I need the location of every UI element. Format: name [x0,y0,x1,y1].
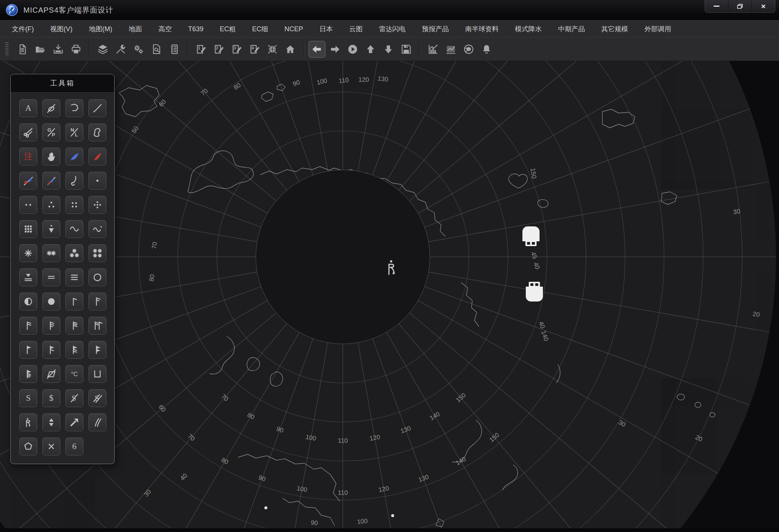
tool-wave-line[interactable] [65,220,83,238]
print-button[interactable] [68,41,84,58]
tool-gp-ratio[interactable]: GP [42,123,60,141]
tool-wind-barb-two-ticks[interactable] [19,317,37,335]
fit-view-button[interactable] [264,41,281,58]
menu-item-ec-coarse[interactable]: EC粗 [220,25,236,33]
menu-item-cloud[interactable]: 云图 [349,25,363,33]
tool-stars-three[interactable] [65,244,83,262]
tool-pan-hand[interactable] [42,148,60,165]
preview-document-button[interactable] [148,41,165,58]
restore-button[interactable] [728,0,751,12]
tool-curve-pen[interactable] [42,99,60,117]
new-file-button[interactable] [14,41,31,58]
tool-lines-three[interactable] [65,268,83,286]
menu-item-japan[interactable]: 日本 [319,25,333,33]
menu-item-file[interactable]: 文件(F) [12,25,34,33]
tool-polygon-tool[interactable] [19,438,37,455]
tool-wind-barb-small-1[interactable] [65,293,83,310]
tool-cut[interactable] [19,123,37,141]
curve-chart-button[interactable] [442,41,459,58]
tool-wind-barb-two-half[interactable] [42,317,60,335]
tool-wind-barb-double[interactable] [88,317,106,335]
tool-parallelogram-slash[interactable] [42,365,60,383]
tool-cross-points[interactable] [42,438,60,455]
tool-temp-celsius[interactable]: °C [65,365,83,383]
tool-s-slash[interactable]: S [65,389,83,407]
menu-item-medium-term[interactable]: 中期产品 [558,25,585,33]
tool-hook-symbol[interactable] [65,172,83,190]
edit-view-3-button[interactable]: 3 [228,41,245,58]
menu-item-upper-air[interactable]: 高空 [158,25,172,33]
toolbar-grip-handle[interactable] [5,42,9,56]
tool-circle-outline[interactable] [88,268,106,286]
alerts-button[interactable] [478,41,495,58]
tool-lines-two[interactable] [42,268,60,286]
tool-wave-line-dot[interactable] [88,220,106,238]
tool-stars-two[interactable] [42,244,60,262]
tool-triangle-lines[interactable] [19,268,37,286]
tool-warm-front[interactable] [88,148,106,165]
tool-spiral-six[interactable]: 6 [65,438,83,455]
play-animation-button[interactable] [344,41,361,58]
tool-person-arrow[interactable] [19,413,37,431]
menu-item-forecast-products[interactable]: 预报产品 [422,25,449,33]
tool-wind-flag-3[interactable] [65,341,83,359]
layers-button[interactable] [94,41,111,58]
tool-grid-points[interactable] [19,220,37,238]
tool-note-label[interactable]: 注 [19,148,37,165]
tool-points-three[interactable] [42,196,60,214]
tool-text-annotation[interactable]: A [19,99,37,117]
edit-view-2-button[interactable]: 2 [210,41,227,58]
menu-item-model-precip[interactable]: 模式降水 [515,25,542,33]
tool-wind-flag-1[interactable] [19,341,37,359]
tool-circle-half[interactable] [19,293,37,310]
tool-smooth-line[interactable] [88,99,106,117]
settings-button[interactable] [130,41,147,58]
forward-button[interactable] [326,41,343,58]
tool-wind-flag-ticks[interactable] [19,365,37,383]
tool-letter-s[interactable]: S [19,389,37,407]
menu-item-external-call[interactable]: 外部调用 [644,25,671,33]
tool-circle-filled[interactable] [42,293,60,310]
minimize-button[interactable] [705,0,728,12]
tools-button[interactable] [112,41,129,58]
tool-triangles-updown[interactable] [42,413,60,431]
page-down-button[interactable] [380,41,397,58]
tool-points-two[interactable] [19,196,37,214]
menu-item-radar-lightning[interactable]: 雷达闪电 [379,25,406,33]
menu-item-t639[interactable]: T639 [188,25,203,33]
tool-point-single[interactable] [88,172,106,190]
globe-view-button[interactable] [460,41,477,58]
menu-item-other-scale[interactable]: 其它规模 [601,25,628,33]
tool-stationary-front[interactable] [42,172,60,190]
data-log-button[interactable] [166,41,183,58]
tool-arrow-down-dot[interactable] [42,220,60,238]
tool-wind-flag-2[interactable] [42,341,60,359]
station-chart-button[interactable] [425,41,441,58]
tool-wind-barb-small-2[interactable] [88,293,106,310]
menu-item-southern-hemisphere[interactable]: 南半球资料 [465,25,499,33]
station-dot-marker[interactable] [264,506,267,509]
tool-points-five[interactable] [88,196,106,214]
close-icon[interactable]: × [751,0,775,12]
edit-view-4-button[interactable]: 4 [246,41,263,58]
toolbox-header[interactable]: 工具箱 [11,74,114,93]
edit-view-1-button[interactable]: 1 [193,41,209,58]
tool-arrow-northeast[interactable] [65,413,83,431]
page-up-button[interactable] [362,41,379,58]
tool-star-one[interactable] [19,244,37,262]
home-view-button[interactable] [282,41,299,58]
map-canvas[interactable]: 7080901001101201301401506070809010011012… [0,0,779,532]
menu-item-ec-fine[interactable]: EC细 [252,25,268,33]
tool-occluded-front[interactable] [19,172,37,190]
tool-wind-barb-three-ticks[interactable] [65,317,83,335]
menu-item-ncep[interactable]: NCEP [284,25,303,33]
tool-cold-front[interactable] [65,148,83,165]
open-file-button[interactable] [32,41,49,58]
station-dot-marker[interactable] [391,514,394,517]
tool-points-four[interactable] [65,196,83,214]
tool-wind-flag-4[interactable] [88,341,106,359]
tool-bracket-open[interactable] [88,365,106,383]
import-data-button[interactable] [50,41,67,58]
menu-item-map[interactable]: 地图(M) [89,25,112,33]
menu-item-surface[interactable]: 地面 [129,25,142,33]
